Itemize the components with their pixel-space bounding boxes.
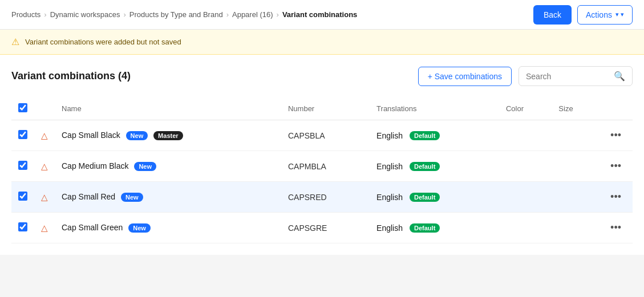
badge-master: Master <box>153 131 183 140</box>
row-4-size <box>552 213 599 243</box>
row-1-more-button[interactable]: ••• <box>606 127 626 144</box>
row-1-translations: English Default <box>370 120 499 151</box>
warn-icon: △ <box>41 161 48 171</box>
row-3-more-button[interactable]: ••• <box>606 189 626 205</box>
col-actions <box>599 97 633 120</box>
breadcrumb-products-by-type[interactable]: Products by Type and Brand <box>129 10 223 19</box>
search-icon[interactable]: 🔍 <box>614 71 625 82</box>
row-2-more-button[interactable]: ••• <box>606 158 626 174</box>
breadcrumb-dynamic-workspaces[interactable]: Dynamic workspaces <box>50 10 120 19</box>
actions-label: Actions <box>586 10 612 19</box>
breadcrumb-current: Variant combinations <box>282 10 357 19</box>
row-3-translations: English Default <box>370 182 499 213</box>
alert-message: Variant combinations were added but not … <box>25 38 181 46</box>
row-1-color <box>499 120 552 151</box>
table-row: △ Cap Small Green New CAPSGRE English De… <box>11 213 633 243</box>
table-row: △ Cap Small Red New CAPSRED English Defa… <box>11 182 633 213</box>
row-1-checkbox[interactable] <box>18 130 27 139</box>
search-box: 🔍 <box>519 66 633 86</box>
warn-icon: △ <box>41 192 48 202</box>
row-1-number: CAPSBLA <box>281 120 370 151</box>
actions-button[interactable]: Actions ▾ <box>577 5 633 25</box>
col-size: Size <box>552 97 599 120</box>
badge-new: New <box>126 131 148 140</box>
table-title: Variant combinations (4) <box>11 70 131 82</box>
breadcrumb-sep-2: › <box>123 10 125 19</box>
badge-default: Default <box>410 162 440 171</box>
row-2-size <box>552 151 599 182</box>
top-actions: Back Actions ▾ <box>533 5 633 25</box>
row-4-number: CAPSGRE <box>281 213 370 243</box>
row-2-name: Cap Medium Black New <box>55 151 281 182</box>
variants-table: Name Number Translations Color Size △ Ca… <box>11 97 633 243</box>
col-number: Number <box>281 97 370 120</box>
row-3-size <box>552 182 599 213</box>
row-1-size <box>552 120 599 151</box>
table-header: Name Number Translations Color Size <box>11 97 633 120</box>
row-2-checkbox[interactable] <box>18 161 27 170</box>
row-4-color <box>499 213 552 243</box>
row-2-color <box>499 151 552 182</box>
row-3-color <box>499 182 552 213</box>
warn-icon: △ <box>41 223 48 233</box>
table-header-row: Variant combinations (4) + Save combinat… <box>11 66 633 86</box>
search-input[interactable] <box>526 72 609 81</box>
badge-new: New <box>128 223 151 233</box>
breadcrumb-apparel[interactable]: Apparel (16) <box>232 10 273 19</box>
row-3-name: Cap Small Red New <box>55 182 281 213</box>
table-actions: + Save combinations 🔍 <box>418 66 633 86</box>
warn-icon: △ <box>41 131 48 140</box>
badge-default: Default <box>410 193 440 202</box>
chevron-down-icon: ▾ <box>615 11 624 18</box>
badge-new: New <box>121 193 143 202</box>
row-2-translations: English Default <box>370 151 499 182</box>
row-3-checkbox[interactable] <box>18 192 27 201</box>
col-checkbox <box>11 97 34 120</box>
row-4-translations: English Default <box>370 213 499 243</box>
top-bar: Products › Dynamic workspaces › Products… <box>0 0 644 30</box>
row-4-more-button[interactable]: ••• <box>606 219 626 236</box>
row-1-name: Cap Small Black New Master <box>55 120 281 151</box>
table-row: △ Cap Medium Black New CAPMBLA English D… <box>11 151 633 182</box>
select-all-checkbox[interactable] <box>18 103 27 112</box>
table-row: △ Cap Small Black New Master CAPSBLA Eng… <box>11 120 633 151</box>
save-combinations-button[interactable]: + Save combinations <box>418 67 512 86</box>
back-button[interactable]: Back <box>533 5 572 25</box>
breadcrumb: Products › Dynamic workspaces › Products… <box>11 10 357 19</box>
breadcrumb-products[interactable]: Products <box>11 10 40 19</box>
breadcrumb-sep-4: › <box>277 10 279 19</box>
breadcrumb-sep-3: › <box>226 10 229 19</box>
row-3-number: CAPSRED <box>281 182 370 213</box>
row-2-number: CAPMBLA <box>281 151 370 182</box>
badge-default: Default <box>410 131 440 140</box>
row-4-name: Cap Small Green New <box>55 213 281 243</box>
badge-default: Default <box>410 223 440 233</box>
col-name: Name <box>55 97 281 120</box>
badge-new: New <box>134 162 156 171</box>
row-4-checkbox[interactable] <box>18 222 27 231</box>
alert-icon: ⚠ <box>11 36 19 47</box>
col-warn <box>34 97 55 120</box>
col-color: Color <box>499 97 552 120</box>
alert-bar: ⚠ Variant combinations were added but no… <box>0 30 644 55</box>
col-translations: Translations <box>370 97 499 120</box>
breadcrumb-sep-1: › <box>44 10 46 19</box>
